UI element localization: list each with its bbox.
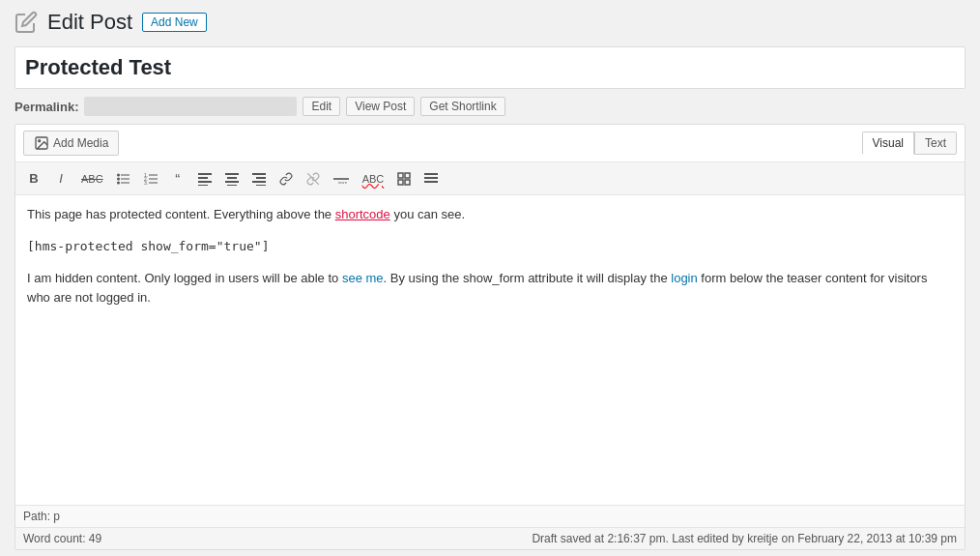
svg-point-2 — [117, 173, 120, 176]
editor-content-area[interactable]: This page has protected content. Everyth… — [15, 195, 965, 505]
svg-rect-9 — [149, 174, 158, 175]
svg-point-4 — [117, 177, 120, 180]
toolbar-ordered-list[interactable]: 1. 2. 3. — [138, 168, 163, 190]
svg-rect-22 — [252, 173, 266, 175]
edit-post-icon — [14, 11, 38, 34]
toolbar-strikethrough[interactable]: ABC — [75, 169, 109, 189]
content-line2: [hms-protected show_form="true"] — [27, 237, 953, 257]
tab-text[interactable]: Text — [914, 132, 957, 155]
editor-top-bar: Add Media Visual Text — [15, 125, 965, 162]
editor-wrapper: Add Media Visual Text B I ABC — [14, 124, 966, 550]
toolbar-spellcheck[interactable]: ABC — [357, 169, 390, 189]
svg-rect-29 — [398, 173, 403, 178]
draft-status: Draft saved at 2:16:37 pm. Last edited b… — [532, 532, 957, 545]
toolbar-align-left[interactable] — [192, 168, 217, 190]
svg-rect-20 — [225, 181, 239, 183]
align-right-icon — [252, 172, 266, 186]
svg-text:more: more — [337, 179, 347, 184]
content-line3: I am hidden content. Only logged in user… — [27, 269, 953, 309]
svg-rect-5 — [121, 178, 130, 179]
toolbar-fullscreen[interactable] — [391, 168, 417, 190]
toolbar-unordered-list[interactable] — [111, 168, 136, 190]
permalink-url — [84, 97, 297, 116]
shortcode-link: shortcode — [335, 207, 390, 221]
get-shortlink-button[interactable]: Get Shortlink — [420, 97, 504, 116]
svg-rect-3 — [121, 174, 130, 175]
svg-rect-24 — [252, 181, 266, 183]
status-bar: Word count: 49 Draft saved at 2:16:37 pm… — [15, 527, 965, 549]
svg-rect-32 — [405, 180, 410, 185]
svg-rect-35 — [424, 181, 438, 183]
svg-rect-23 — [256, 177, 266, 179]
svg-rect-30 — [405, 173, 410, 178]
svg-rect-18 — [225, 173, 239, 175]
content-line1: This page has protected content. Everyth… — [27, 205, 953, 225]
insert-more-icon: more — [333, 172, 349, 186]
toolbar-link[interactable] — [274, 168, 299, 190]
toolbar-blockquote[interactable]: “ — [165, 166, 190, 190]
align-left-icon — [198, 172, 212, 186]
ordered-list-icon: 1. 2. 3. — [144, 172, 158, 186]
unlink-icon — [306, 172, 320, 186]
svg-rect-34 — [424, 177, 438, 179]
add-media-label: Add Media — [53, 136, 108, 150]
permalink-label: Permalink: — [14, 100, 78, 114]
path-text: Path: p — [23, 510, 60, 523]
media-icon — [34, 135, 49, 151]
svg-point-6 — [117, 181, 120, 184]
view-post-button[interactable]: View Post — [346, 97, 415, 116]
svg-point-1 — [39, 140, 41, 142]
permalink-edit-button[interactable]: Edit — [303, 97, 340, 116]
svg-rect-31 — [398, 180, 403, 185]
toolbar-bold[interactable]: B — [21, 167, 46, 190]
svg-rect-15 — [198, 177, 208, 179]
svg-rect-16 — [198, 181, 212, 183]
toolbar-align-center[interactable] — [219, 168, 245, 190]
svg-rect-14 — [198, 173, 212, 175]
svg-rect-25 — [256, 185, 266, 186]
toolbar-unlink[interactable] — [301, 168, 326, 190]
path-bar: Path: p — [15, 505, 965, 527]
align-center-icon — [225, 172, 239, 186]
fullscreen-icon — [397, 172, 411, 186]
tab-visual[interactable]: Visual — [862, 132, 914, 155]
svg-rect-33 — [424, 173, 438, 175]
toolbar-kitchensink[interactable] — [418, 168, 444, 190]
toolbar-insert-more[interactable]: more — [328, 168, 355, 190]
add-media-button[interactable]: Add Media — [23, 131, 119, 156]
unordered-list-icon — [117, 172, 130, 186]
svg-rect-21 — [227, 185, 237, 186]
link-icon — [279, 172, 293, 186]
post-title-input[interactable] — [14, 46, 966, 89]
toolbar-align-right[interactable] — [246, 168, 272, 190]
svg-rect-19 — [227, 177, 237, 179]
svg-rect-7 — [121, 182, 130, 183]
visual-text-tabs: Visual Text — [862, 132, 957, 155]
kitchensink-icon — [424, 172, 438, 186]
svg-rect-17 — [198, 185, 208, 186]
svg-text:3.: 3. — [144, 180, 148, 186]
editor-toolbar: B I ABC 1. 2. 3. — [15, 162, 965, 195]
word-count: Word count: 49 — [23, 532, 101, 545]
svg-rect-13 — [149, 182, 158, 183]
page-title: Edit Post — [47, 10, 132, 35]
toolbar-italic[interactable]: I — [48, 167, 73, 190]
svg-rect-11 — [149, 178, 158, 179]
add-new-button[interactable]: Add New — [142, 13, 207, 32]
